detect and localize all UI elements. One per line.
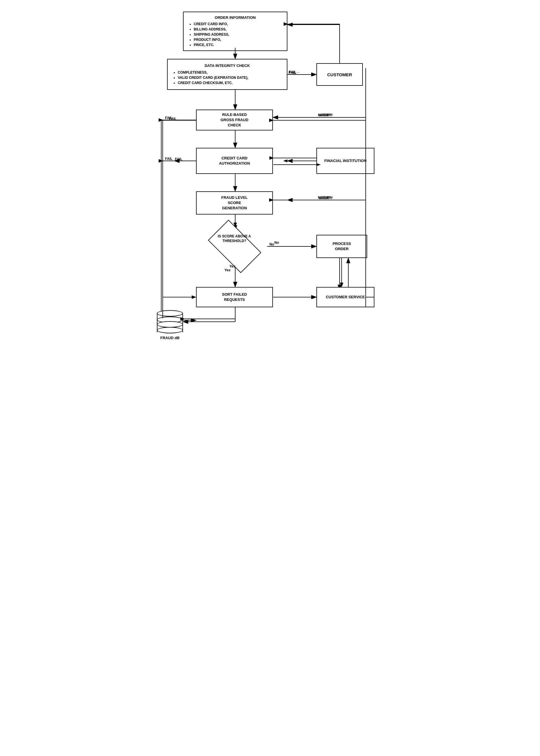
modify-arrow-label-1: MODIFY [318,113,332,117]
db-line2 [157,321,183,328]
process-order-box: PROCESS ORDER [317,235,367,258]
modify-arrow-label-2: MODIFY [318,196,332,200]
fail-label-3: FAIL [175,157,183,161]
yes-arrow-label: Yes [224,268,230,272]
sort-failed-box: SORT FAILED REQUESTS [196,287,273,307]
data-integrity-item-1: COMPLETENESS, [178,70,248,75]
order-info-item-5: PRICE, ETC. [194,42,229,48]
data-integrity-list: COMPLETENESS, VALID CREDIT CARD (EXPIRAT… [172,70,248,85]
order-information-box: ORDER INFORMATION CREDIT CARD INFO, BILL… [183,12,287,51]
customer-box: CUSTOMER [317,63,363,86]
fail-arrow-label-3: FAIL [165,157,173,161]
fraud-db-label: FRAUD dB [160,336,180,340]
yes-label: Yes [229,265,235,269]
fraud-db-cylinder [157,310,183,333]
financial-institution-box: FINACIAL INSTITUTION [317,148,374,174]
threshold-diamond-wrapper: IS SCORE ABOVE A THRESHOLD? [196,226,273,267]
rule-based-box: RULE-BASED GROSS FRAUD CHECK [196,110,273,131]
db-top [157,310,183,317]
order-info-title: ORDER INFORMATION [188,15,283,20]
no-label: No [269,242,274,246]
order-info-item-2: BILLING ADDRESS, [194,27,229,32]
fail-arrow-label-1: FAIL→ [289,70,300,74]
order-info-item-1: CREDIT CARD INFO, [194,22,229,27]
credit-card-auth-box: CREDIT CARD AUTHORIZATION [196,148,273,174]
fraud-level-box: FRAUD LEVEL SCORE GENERATION [196,191,273,215]
order-info-list: CREDIT CARD INFO, BILLING ADDRESS, SHIPP… [188,22,229,48]
order-info-item-3: SHIPPING ADDRESS, [194,32,229,37]
fail-arrow-label-2: FAIL [165,116,173,120]
customer-service-box: CUSTOMER SERVICE [317,287,374,307]
data-integrity-item-3: CREDIT CARD CHECKSUM, ETC. [178,80,248,85]
svg-marker-15 [283,160,287,162]
data-integrity-box: DATA INTEGRITY CHECK COMPLETENESS, VALID… [167,59,287,90]
flowchart-diagram: ORDER INFORMATION CREDIT CARD INFO, BILL… [145,6,395,354]
order-info-item-4: PRODUCT INFO, [194,37,229,42]
no-arrow-label: No [274,241,279,245]
fraud-db-container: FRAUD dB [157,310,183,340]
data-integrity-item-2: VALID CREDIT CARD (EXPIRATION DATE), [178,75,248,80]
db-bottom [157,327,183,333]
data-integrity-title: DATA INTEGRITY CHECK [172,63,283,68]
